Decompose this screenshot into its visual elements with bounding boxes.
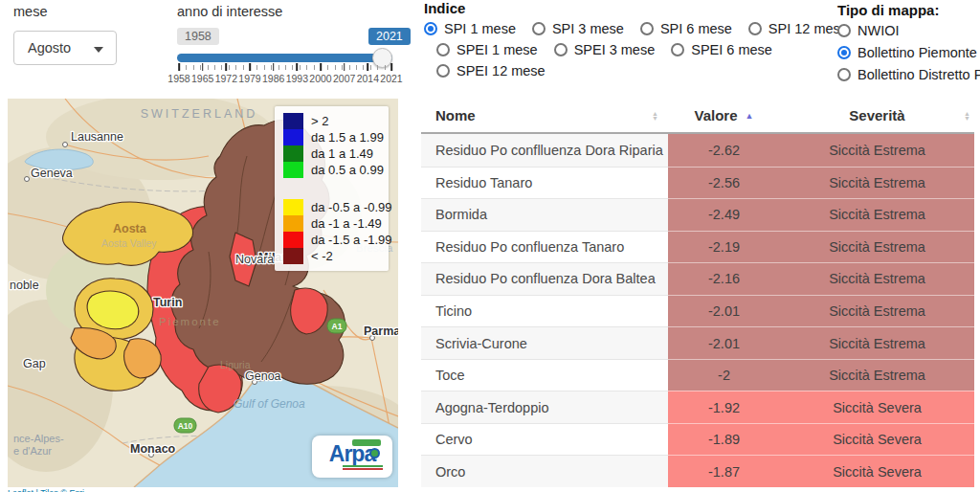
basin-name-cell: Residuo Po conflluenza Dora Riparia <box>421 134 668 167</box>
legend-positive-group: > 2 da 1.5 a 1.99 da 1 a 1.49 da 0.5 a 0… <box>283 113 381 178</box>
severity-cell: Siccità Estrema <box>780 134 974 167</box>
value-cell: -1.89 <box>668 423 780 456</box>
year-slider-track[interactable] <box>177 54 392 62</box>
arpa-logo: Arpa <box>312 436 392 478</box>
legend-row: < -2 <box>283 248 381 264</box>
radio-circle <box>837 24 851 37</box>
slider-tick <box>320 63 322 71</box>
arpa-logo-text: Arpa <box>329 443 375 464</box>
radio-spei-3-mese[interactable]: SPEI 3 mese <box>554 42 656 57</box>
basin-name-cell: Orco <box>421 455 668 487</box>
table-row: Residuo Po conflluenza Dora Riparia -2.6… <box>421 134 974 167</box>
severity-cell: Siccità Estrema <box>780 326 974 359</box>
basin-name-cell: Residuo Po confluenza Dora Baltea <box>421 262 668 295</box>
slider-tick <box>273 63 275 71</box>
legend-swatch <box>283 162 303 178</box>
label-lausanne: Lausanne <box>71 130 123 144</box>
radio-circle <box>436 43 450 56</box>
table-row: Agogna-Terdoppio -1.92 Siccità Severa <box>421 391 974 423</box>
label-parma: Parma <box>364 324 398 338</box>
radio-spi-1-mese[interactable]: SPI 1 mese <box>424 21 516 36</box>
table-body: Residuo Po conflluenza Dora Riparia -2.6… <box>421 134 974 487</box>
radio-circle <box>554 43 568 56</box>
legend-swatch <box>283 232 303 248</box>
sort-icon: ▲▼ <box>652 111 658 121</box>
radio-spei-12-mese[interactable]: SPEI 12 mese <box>436 63 546 78</box>
column-label: Valore <box>695 107 738 123</box>
legend-row: da -0.5 a -0.99 <box>283 199 381 215</box>
legend-row: > 2 <box>283 113 381 129</box>
slider-major-ticks <box>179 63 391 71</box>
slider-tick-label: 2021 <box>380 73 402 84</box>
radio-circle <box>640 22 654 35</box>
legend-label: da -1.5 a -1.99 <box>311 233 392 247</box>
a1-badge-label: A1 <box>332 322 343 331</box>
slider-tick-labels: 1958196519721979198619932000200720142021 <box>179 73 391 84</box>
radio-bollettino-piemonte[interactable]: Bollettino Piemonte <box>837 45 977 60</box>
column-header-severita[interactable]: Severità ▲▼ <box>780 99 974 132</box>
slider-tick <box>178 63 180 71</box>
column-header-valore[interactable]: Valore ▲ <box>668 99 780 132</box>
legend-label: da -0.5 a -0.99 <box>311 200 392 214</box>
column-label: Nome <box>435 107 476 123</box>
attribution-text: Leaflet | Tiles © Esri <box>8 488 84 492</box>
severity-cell: Siccità Severa <box>780 423 974 456</box>
radio-circle <box>436 64 450 78</box>
radio-bollettino-distretto-po[interactable]: Bollettino Distretto Po <box>837 67 980 82</box>
radio-spei-1-mese[interactable]: SPEI 1 mese <box>436 42 538 57</box>
month-dropdown[interactable]: Agosto <box>13 31 117 65</box>
label-turin: Turin <box>153 296 182 309</box>
radio-circle <box>532 22 546 35</box>
label-gap: Gap <box>23 357 46 370</box>
radio-spi-6-mese[interactable]: SPI 6 mese <box>640 21 732 36</box>
legend-swatch <box>283 145 303 162</box>
legend-negative-group: da -0.5 a -0.99 da -1 a -1.49 da -1.5 a … <box>283 199 381 264</box>
slider-tick-label: 2014 <box>357 73 379 84</box>
slider-tick-label: 1972 <box>215 73 237 84</box>
radio-spi-3-mese[interactable]: SPI 3 mese <box>532 21 624 36</box>
column-header-nome[interactable]: Nome ▲▼ <box>421 99 668 132</box>
radio-circle <box>424 22 437 35</box>
slider-max-badge: 2021 <box>368 28 411 45</box>
tipo-mappa-heading: Tipo di mappa: <box>837 2 939 18</box>
drought-map[interactable]: A10 A1 SWITZERLAND Lausanne Geneva Aosta… <box>8 99 398 487</box>
radio-spei-6-mese[interactable]: SPEI 6 mese <box>671 42 772 57</box>
radio-label: NWIOI <box>858 23 900 38</box>
legend-swatch <box>283 129 303 145</box>
legend-row: da 0.5 a 0.99 <box>283 162 381 178</box>
arpa-logo-globe-icon <box>369 448 380 458</box>
legend-label: > 2 <box>311 114 328 128</box>
table-header: Nome ▲▼ Valore ▲ Severità ▲▼ <box>421 99 974 134</box>
radio-label: SPEI 1 mese <box>457 42 538 57</box>
legend-label: da 0.5 a 0.99 <box>311 163 384 177</box>
slider-tick <box>202 63 204 71</box>
severity-cell: Siccità Severa <box>780 391 974 423</box>
label-paca-1: nce-Alpes- <box>13 433 64 444</box>
value-cell: -1.87 <box>668 455 780 487</box>
legend-label: da -1 a -1.49 <box>311 216 382 231</box>
label-geneva: Geneva <box>31 167 73 180</box>
drought-table: Nome ▲▼ Valore ▲ Severità ▲▼ Residuo Po … <box>421 99 974 487</box>
table-row: Orco -1.87 Siccità Severa <box>421 455 974 487</box>
table-row: Residuo Tanaro -2.56 Siccità Estrema <box>421 167 974 199</box>
value-cell: -2.62 <box>668 134 780 167</box>
slider-tick <box>249 63 251 71</box>
value-cell: -1.92 <box>668 391 780 423</box>
label-gulf-of-genoa: Gulf of Genoa <box>234 397 305 411</box>
column-label: Severità <box>849 107 904 123</box>
chevron-down-icon <box>94 47 103 53</box>
a10-badge-label: A10 <box>178 421 193 431</box>
value-cell: -2.01 <box>668 295 780 327</box>
slider-tick <box>368 63 369 71</box>
severity-cell: Siccità Estrema <box>780 295 974 327</box>
label-piemonte: Piemonte <box>159 316 221 327</box>
mese-label: mese <box>13 4 47 19</box>
table-row: Residuo Po confluenza Dora Baltea -2.16 … <box>421 262 974 295</box>
basin-name-cell: Agogna-Terdoppio <box>421 391 668 423</box>
legend-label: da 1 a 1.49 <box>311 146 373 161</box>
label-paca-2: e d'Azur <box>13 445 52 457</box>
radio-nwioi[interactable]: NWIOI <box>837 23 900 38</box>
legend-swatch <box>283 248 303 264</box>
radio-spi-12-mese[interactable]: SPI 12 mese <box>748 21 848 36</box>
anno-label: anno di interesse <box>177 4 282 19</box>
